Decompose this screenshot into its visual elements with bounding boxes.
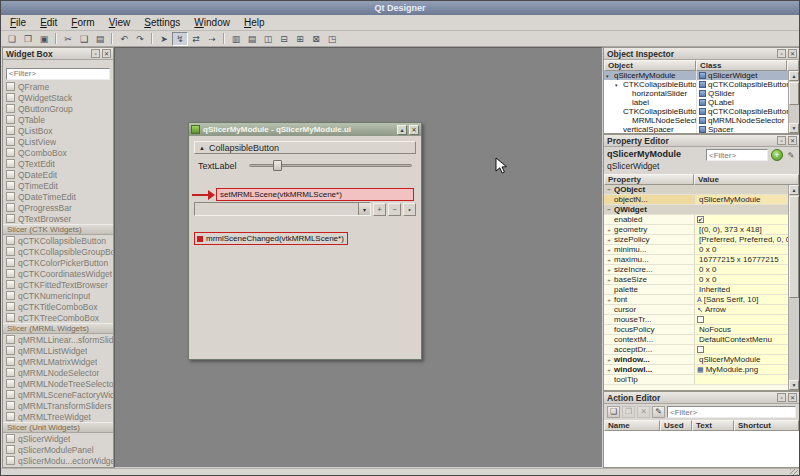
- widget-box-item[interactable]: qMRMLTransformSliders: [3, 400, 113, 411]
- expand-icon[interactable]: [604, 315, 614, 324]
- scroll-track[interactable]: [789, 195, 799, 380]
- property-value[interactable]: qSlicerMyModule: [694, 195, 788, 204]
- widget-box-item[interactable]: qCTKColorPickerButton: [3, 257, 113, 268]
- widget-box-item[interactable]: QTextEdit: [3, 158, 113, 169]
- widget-box-item[interactable]: qCTKTreeComboBox: [3, 312, 113, 323]
- widget-box-item[interactable]: qCTKTitleComboBox: [3, 301, 113, 312]
- close-icon[interactable]: ✕: [788, 136, 797, 145]
- separator[interactable]: |: [110, 32, 114, 46]
- checkbox[interactable]: [697, 346, 704, 353]
- edit-widgets-button[interactable]: ➤: [156, 32, 172, 46]
- property-row[interactable]: + minimu... 0 x 0: [604, 245, 788, 255]
- object-tree-row[interactable]: MRMLNodeSelector qMRMLNodeSelector: [604, 116, 788, 125]
- expand-icon[interactable]: +: [604, 235, 614, 244]
- design-canvas[interactable]: qSlicerMyModule - qSlicerMyModule.ui ▴ ✕…: [114, 47, 603, 468]
- widget-box-item[interactable]: QTextBrowser: [3, 213, 113, 224]
- scroll-down-icon[interactable]: ▼: [789, 380, 799, 390]
- expand-icon[interactable]: +: [604, 355, 614, 364]
- property-value[interactable]: [694, 315, 788, 324]
- expand-icon[interactable]: [604, 375, 614, 384]
- object-tree-row[interactable]: horizontalSlider QSlider: [604, 89, 788, 98]
- expand-icon[interactable]: −: [604, 185, 614, 194]
- widget-box-section-header[interactable]: Slicer (MRML Widgets): [3, 323, 113, 334]
- form-window[interactable]: qSlicerMyModule - qSlicerMyModule.ui ▴ ✕…: [188, 122, 422, 360]
- menu-item[interactable]: Settings: [137, 16, 187, 29]
- widget-box-item[interactable]: qSlicerModu...ectorWidget: [3, 455, 113, 466]
- separator[interactable]: |: [222, 32, 226, 46]
- column-header-property[interactable]: Property: [604, 174, 694, 185]
- float-icon[interactable]: ▫: [777, 136, 786, 145]
- expand-icon[interactable]: +: [604, 275, 614, 284]
- property-row[interactable]: mouseTr...: [604, 315, 788, 325]
- break-layout-button[interactable]: ⊠: [308, 32, 324, 46]
- expand-icon[interactable]: +: [604, 255, 614, 264]
- widget-box-item[interactable]: qMRMLSceneFactoryWidget: [3, 389, 113, 400]
- layout-split-horizontal-button[interactable]: ◫: [260, 32, 276, 46]
- widget-box-item[interactable]: qMRMLNodeSelector: [3, 367, 113, 378]
- node-edit-button[interactable]: •: [403, 203, 416, 216]
- close-icon[interactable]: ✕: [788, 49, 797, 58]
- property-value[interactable]: [694, 345, 788, 354]
- layout-split-vertical-button[interactable]: ⊟: [276, 32, 292, 46]
- property-value[interactable]: [694, 375, 788, 384]
- widget-box-item[interactable]: qMRMLTreeWidget: [3, 411, 113, 422]
- widget-box-item[interactable]: QButtonGroup: [3, 103, 113, 114]
- copy-button[interactable]: ❑: [76, 32, 92, 46]
- property-value[interactable]: NoFocus: [694, 325, 788, 334]
- slider-handle[interactable]: [273, 160, 282, 171]
- close-icon[interactable]: ✕: [788, 393, 797, 402]
- property-value[interactable]: [(0, 0), 373 x 418]: [694, 225, 788, 234]
- property-row[interactable]: + window... qSlicerMyModule: [604, 355, 788, 365]
- expand-icon[interactable]: +: [604, 295, 614, 304]
- property-row[interactable]: focusPolicy NoFocus: [604, 325, 788, 335]
- action-list[interactable]: [604, 431, 799, 467]
- checkbox[interactable]: ✔: [697, 216, 704, 223]
- delete-action-button[interactable]: ✕: [637, 406, 650, 418]
- property-row[interactable]: + sizePolicy [Preferred, Preferred, 0, 0…: [604, 235, 788, 245]
- object-tree-row[interactable]: ▾ qSlicerMyModule qSlicerWidget: [604, 71, 788, 80]
- scroll-track[interactable]: [789, 81, 799, 123]
- property-row[interactable]: enabled ✔: [604, 215, 788, 225]
- horizontal-slider[interactable]: [249, 159, 412, 171]
- redo-button[interactable]: ↷: [132, 32, 148, 46]
- widget-box-section-header[interactable]: Slicer (Unit Widgets): [3, 422, 113, 433]
- close-button[interactable]: ✕: [409, 125, 419, 135]
- widget-box-item[interactable]: QComboBox: [3, 147, 113, 158]
- expand-icon[interactable]: [604, 335, 614, 344]
- new-form-button[interactable]: ❏: [4, 32, 20, 46]
- shade-button[interactable]: ▴: [397, 125, 407, 135]
- widget-box-item[interactable]: qCTKCoordinatesWidget: [3, 268, 113, 279]
- menu-item[interactable]: Help: [237, 16, 272, 29]
- window-titlebar[interactable]: Qt Designer: [1, 1, 799, 15]
- menu-item[interactable]: Edit: [33, 16, 64, 29]
- column-header-object[interactable]: Object: [604, 60, 696, 71]
- column-header-text[interactable]: Text: [692, 420, 734, 431]
- node-add-button[interactable]: +: [373, 203, 386, 216]
- widget-box-item[interactable]: qCTKCollapsibleButton: [3, 235, 113, 246]
- add-dynamic-property-button[interactable]: +: [771, 149, 783, 161]
- adjust-size-button[interactable]: ◳: [324, 32, 340, 46]
- property-editor-scrollbar[interactable]: ▲ ▼: [788, 185, 799, 390]
- property-row[interactable]: − QWidget: [604, 205, 788, 215]
- property-value[interactable]: 0 x 0: [694, 265, 788, 274]
- widget-box-item[interactable]: qCTKFittedTextBrowser: [3, 279, 113, 290]
- open-form-button[interactable]: ❐: [20, 32, 36, 46]
- widget-box-item[interactable]: qMRMLNodeTreeSelector: [3, 378, 113, 389]
- column-header-class[interactable]: Class: [696, 60, 787, 71]
- property-value[interactable]: [Preferred, Preferred, 0, 0]: [694, 235, 788, 244]
- branch-expander-icon[interactable]: ▾: [615, 82, 621, 88]
- cut-button[interactable]: ✂: [60, 32, 76, 46]
- property-value[interactable]: ▦ MyModule.png: [694, 365, 788, 374]
- copy-action-button[interactable]: ❐: [622, 406, 635, 418]
- widget-box-item[interactable]: qCTKNumericInput: [3, 290, 113, 301]
- property-value[interactable]: [694, 185, 788, 194]
- property-row[interactable]: cursor ↖ Arrow: [604, 305, 788, 315]
- undo-button[interactable]: ↶: [116, 32, 132, 46]
- property-filter-input[interactable]: [706, 149, 768, 161]
- expand-icon[interactable]: +: [604, 265, 614, 274]
- save-form-button[interactable]: ▣: [36, 32, 52, 46]
- edit-property-icon[interactable]: ✎: [785, 149, 797, 161]
- widget-box-item[interactable]: QListBox: [3, 125, 113, 136]
- property-value[interactable]: qSlicerMyModule: [694, 355, 788, 364]
- scroll-thumb[interactable]: [789, 196, 799, 298]
